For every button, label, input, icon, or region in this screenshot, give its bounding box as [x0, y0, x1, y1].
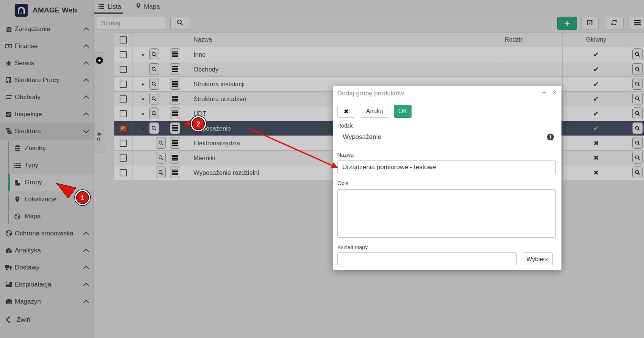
description-textarea[interactable]	[337, 189, 556, 238]
name-input[interactable]	[337, 160, 556, 174]
info-icon[interactable]: i	[547, 134, 554, 140]
app-window: AMAGE Web Zarządzanie Finanse Serwis Str…	[0, 0, 644, 338]
ok-button[interactable]: OK	[394, 105, 412, 118]
name-field-label: Nazwa	[337, 152, 354, 158]
modal-title: Dodaj grupę produktów	[337, 90, 404, 97]
add-group-modal: Dodaj grupę produktów + ✕ ✖ Anuluj OK Ro…	[333, 86, 561, 270]
parent-field-label: Rodzic	[337, 123, 354, 129]
cancel-button[interactable]: Anuluj	[360, 105, 389, 118]
modal-close-icon[interactable]: ✕	[552, 90, 557, 96]
map-shape-input[interactable]	[337, 252, 517, 266]
map-shape-field-label: Kształt mapy	[337, 244, 368, 250]
modal-expand-icon[interactable]: +	[542, 89, 546, 97]
modal-dismiss-button[interactable]: ✖	[337, 105, 355, 118]
parent-field-value[interactable]: Wyposażenie	[343, 133, 381, 141]
choose-button[interactable]: Wybierz	[522, 252, 553, 266]
description-field-label: Opis	[337, 180, 348, 186]
